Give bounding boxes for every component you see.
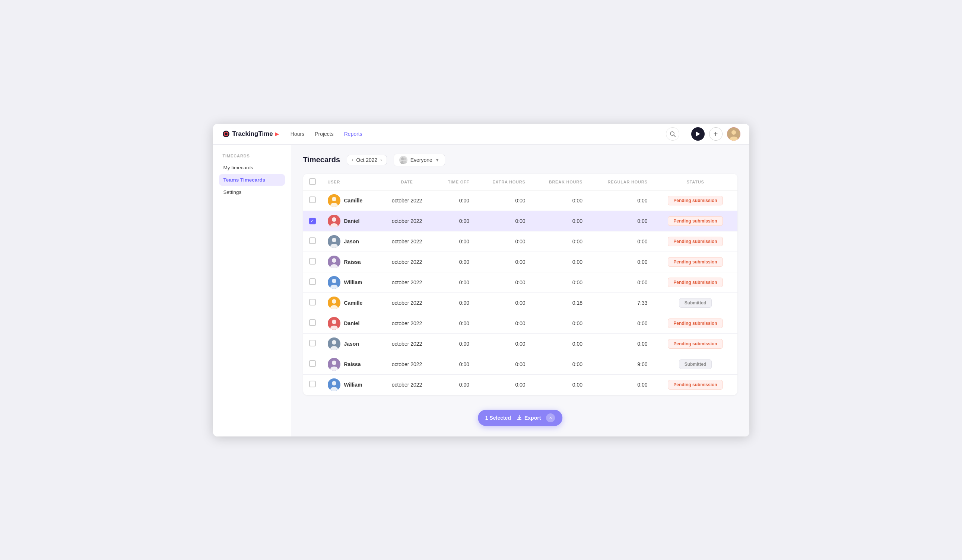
prev-period-arrow[interactable]: ‹ bbox=[352, 157, 353, 163]
avatar bbox=[328, 358, 341, 371]
svg-point-38 bbox=[332, 360, 336, 365]
row-checkbox[interactable] bbox=[309, 237, 316, 244]
logo-icon bbox=[222, 130, 230, 138]
status-cell: Submitted bbox=[654, 354, 738, 374]
sidebar-item-my-timecards[interactable]: My timecards bbox=[219, 162, 285, 174]
user-cell: Camille bbox=[322, 293, 381, 313]
svg-point-41 bbox=[332, 381, 336, 386]
row-checkbox-cell bbox=[303, 251, 322, 272]
time-off-cell: 0:00 bbox=[434, 354, 475, 374]
user-cell: Jason bbox=[322, 231, 381, 251]
row-checkbox[interactable] bbox=[309, 360, 316, 367]
break-hours-cell: 0:00 bbox=[531, 190, 588, 211]
extra-hours-cell: 0:00 bbox=[475, 333, 531, 354]
status-badge: Pending submission bbox=[668, 380, 723, 389]
row-checkbox[interactable] bbox=[309, 278, 316, 285]
nav-link-hours[interactable]: Hours bbox=[291, 131, 304, 137]
everyone-filter[interactable]: Everyone ▼ bbox=[394, 154, 445, 166]
svg-point-11 bbox=[404, 158, 406, 160]
user-name: Camille bbox=[344, 300, 363, 306]
regular-hours-cell: 0:00 bbox=[588, 211, 654, 231]
table-row[interactable]: Jasonoctober 20220:000:000:000:00Pending… bbox=[303, 333, 738, 354]
table-row[interactable]: Jasonoctober 20220:000:000:000:00Pending… bbox=[303, 231, 738, 251]
user-name: Jason bbox=[344, 341, 359, 347]
period-nav[interactable]: ‹ Oct 2022 › bbox=[347, 155, 387, 165]
user-info: Daniel bbox=[328, 317, 374, 330]
table-row[interactable]: Camilleoctober 20220:000:000:000:00Pendi… bbox=[303, 190, 738, 211]
svg-point-35 bbox=[332, 340, 336, 344]
table-row[interactable]: ✓Danieloctober 20220:000:000:000:00Pendi… bbox=[303, 211, 738, 231]
table-row[interactable]: Williamoctober 20220:000:000:000:00Pendi… bbox=[303, 272, 738, 293]
svg-point-32 bbox=[332, 320, 336, 324]
sidebar-item-label-teams-timecards: Teams Timecards bbox=[223, 177, 266, 183]
svg-point-20 bbox=[332, 238, 336, 242]
extra-hours-cell: 0:00 bbox=[475, 190, 531, 211]
table-header: USER DATE TIME OFF EXTRA HOURS BREAK HOU… bbox=[303, 174, 738, 190]
regular-hours-cell: 0:00 bbox=[588, 313, 654, 333]
user-info: Camille bbox=[328, 296, 374, 309]
date-cell: october 2022 bbox=[380, 272, 434, 293]
break-hours-cell: 0:00 bbox=[531, 313, 588, 333]
date-cell: october 2022 bbox=[380, 333, 434, 354]
avatar bbox=[328, 256, 341, 268]
row-checkbox[interactable] bbox=[309, 319, 316, 326]
row-checkbox[interactable] bbox=[309, 258, 316, 265]
user-cell: Jason bbox=[322, 333, 381, 354]
user-cell: Daniel bbox=[322, 211, 381, 231]
next-period-arrow[interactable]: › bbox=[380, 157, 382, 163]
avatar bbox=[328, 338, 341, 350]
status-badge: Pending submission bbox=[668, 216, 723, 226]
user-cell: Daniel bbox=[322, 313, 381, 333]
select-all-checkbox[interactable] bbox=[309, 178, 316, 185]
user-cell: Camille bbox=[322, 190, 381, 211]
user-cell: Raissa bbox=[322, 354, 381, 374]
break-hours-cell: 0:00 bbox=[531, 251, 588, 272]
user-name: William bbox=[344, 382, 362, 388]
search-button[interactable] bbox=[666, 127, 680, 141]
status-cell: Pending submission bbox=[654, 231, 738, 251]
table-row[interactable]: Williamoctober 20220:000:000:000:00Pendi… bbox=[303, 374, 738, 395]
break-hours-cell: 0:00 bbox=[531, 354, 588, 374]
nav-link-projects[interactable]: Projects bbox=[315, 131, 334, 137]
table-row[interactable]: Danieloctober 20220:000:000:000:00Pendin… bbox=[303, 313, 738, 333]
status-badge: Pending submission bbox=[668, 196, 723, 205]
table-row[interactable]: Camilleoctober 20220:000:000:187:33Submi… bbox=[303, 293, 738, 313]
add-button[interactable]: + bbox=[709, 127, 723, 141]
sidebar-item-settings[interactable]: Settings bbox=[219, 187, 285, 198]
row-checkbox[interactable]: ✓ bbox=[309, 218, 316, 224]
user-avatar[interactable] bbox=[727, 127, 741, 141]
export-label: Export bbox=[525, 415, 541, 421]
user-info: Camille bbox=[328, 194, 374, 207]
break-hours-cell: 0:18 bbox=[531, 293, 588, 313]
status-badge: Submitted bbox=[679, 359, 712, 369]
status-cell: Pending submission bbox=[654, 190, 738, 211]
col-time-off: TIME OFF bbox=[434, 174, 475, 190]
everyone-group-icon bbox=[399, 156, 407, 164]
export-button[interactable]: Export bbox=[516, 415, 541, 421]
row-checkbox[interactable] bbox=[309, 299, 316, 306]
period-label: Oct 2022 bbox=[357, 157, 378, 163]
status-cell: Pending submission bbox=[654, 374, 738, 395]
close-action-bar-button[interactable]: × bbox=[546, 414, 555, 422]
sidebar-item-teams-timecards[interactable]: Teams Timecards bbox=[219, 174, 285, 186]
row-checkbox[interactable] bbox=[309, 340, 316, 346]
regular-hours-cell: 9:00 bbox=[588, 354, 654, 374]
table-row[interactable]: Raissaoctober 20220:000:000:000:00Pendin… bbox=[303, 251, 738, 272]
nav-link-reports[interactable]: Reports bbox=[344, 131, 362, 137]
user-info: William bbox=[328, 378, 374, 391]
user-info: Raissa bbox=[328, 358, 374, 371]
play-icon bbox=[696, 131, 700, 137]
status-badge: Pending submission bbox=[668, 339, 723, 349]
row-checkbox[interactable] bbox=[309, 196, 316, 203]
time-off-cell: 0:00 bbox=[434, 190, 475, 211]
row-checkbox[interactable] bbox=[309, 381, 316, 387]
svg-marker-5 bbox=[696, 131, 700, 137]
row-checkbox-cell bbox=[303, 313, 322, 333]
status-badge: Pending submission bbox=[668, 237, 723, 246]
play-button[interactable] bbox=[691, 127, 705, 141]
status-cell: Submitted bbox=[654, 293, 738, 313]
table-row[interactable]: Raissaoctober 20220:000:000:009:00Submit… bbox=[303, 354, 738, 374]
timecards-table: USER DATE TIME OFF EXTRA HOURS BREAK HOU… bbox=[303, 174, 738, 395]
extra-hours-cell: 0:00 bbox=[475, 231, 531, 251]
date-cell: october 2022 bbox=[380, 354, 434, 374]
